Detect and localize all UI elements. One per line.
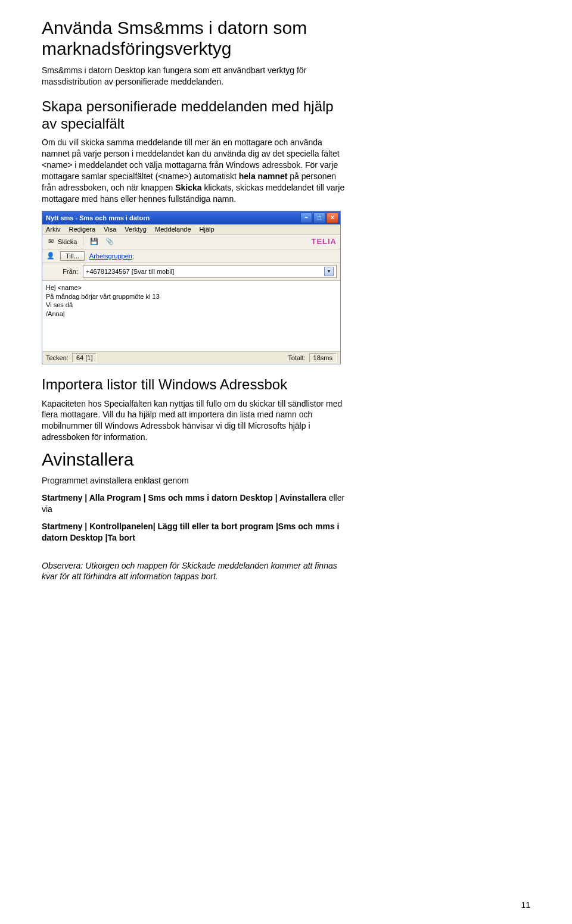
path1-bold: Startmeny | Alla Program | Sms och mms i… — [42, 493, 327, 502]
status-totalt-value: 18sms — [309, 353, 337, 363]
to-row: 👤 Till... Arbetsgruppen; — [42, 249, 340, 263]
avinstallera-intro: Programmet avinstallera enklast genom — [42, 475, 352, 486]
menu-redigera[interactable]: Redigera — [69, 226, 95, 233]
para2-bold2: Skicka — [175, 183, 201, 192]
brand-logo: TELIA — [311, 237, 337, 246]
message-body[interactable]: Hej <name> På måndag börjar vårt gruppmö… — [42, 280, 340, 351]
titlebar: Nytt sms - Sms och mms i datorn – □ × — [42, 211, 340, 224]
status-totalt-label: Totalt: — [288, 354, 305, 361]
send-button[interactable]: ✉ Skicka — [46, 237, 77, 246]
from-row: Från: +46781234567 [Svar till mobil] ▾ — [42, 263, 340, 280]
menu-meddelande[interactable]: Meddelande — [155, 226, 191, 233]
minimize-button[interactable]: – — [300, 213, 312, 223]
from-dropdown[interactable]: +46781234567 [Svar till mobil] ▾ — [83, 265, 337, 278]
section-heading-specialfalt: Skapa personifierade meddelanden med hjä… — [42, 98, 352, 133]
send-label: Skicka — [58, 238, 77, 245]
from-value: +46781234567 [Svar till mobil] — [86, 268, 174, 275]
status-tecken-value: 64 [1] — [72, 353, 97, 363]
statusbar: Tecken: 64 [1] Totalt: 18sms — [42, 351, 340, 364]
uninstall-path-1: Startmeny | Alla Program | Sms och mms i… — [42, 492, 352, 515]
save-icon[interactable]: 💾 — [89, 237, 99, 246]
toolbar-separator — [83, 236, 83, 247]
attach-icon[interactable]: 📎 — [105, 237, 114, 246]
contact-icon: 👤 — [46, 251, 55, 261]
menu-hjalp[interactable]: Hjälp — [200, 226, 214, 233]
importera-paragraph: Kapaciteten hos Specialfälten kan nyttja… — [42, 398, 352, 444]
page-number: 11 — [521, 900, 530, 910]
envelope-icon: ✉ — [46, 237, 55, 246]
sms-app-window: Nytt sms - Sms och mms i datorn – □ × Ar… — [42, 211, 341, 364]
menubar: Arkiv Redigera Visa Verktyg Meddelande H… — [42, 224, 340, 235]
menu-visa[interactable]: Visa — [104, 226, 116, 233]
menu-verktyg[interactable]: Verktyg — [125, 226, 147, 233]
section-heading-importera: Importera listor till Windows Adressbok — [42, 376, 352, 394]
menu-arkiv[interactable]: Arkiv — [46, 226, 60, 233]
to-button[interactable]: Till... — [60, 251, 85, 261]
section-heading-avinstallera: Avinstallera — [42, 449, 352, 470]
para2-bold1: hela namnet — [239, 171, 288, 181]
status-tecken-label: Tecken: — [46, 354, 69, 361]
observera-note: Observera: Utkorgen och mappen för Skick… — [42, 560, 352, 583]
specialfalt-paragraph: Om du vill skicka samma meddelande till … — [42, 137, 352, 204]
maximize-button[interactable]: □ — [313, 213, 325, 223]
toolbar: ✉ Skicka 💾 📎 TELIA — [42, 235, 340, 249]
close-button[interactable]: × — [327, 213, 338, 223]
intro-paragraph: Sms&mms i datorn Desktop kan fungera som… — [42, 65, 352, 88]
to-value[interactable]: Arbetsgruppen; — [89, 252, 134, 260]
from-label: Från: — [46, 268, 78, 275]
window-title: Nytt sms - Sms och mms i datorn — [46, 214, 150, 221]
uninstall-path-2: Startmeny | Kontrollpanelen| Lägg till e… — [42, 521, 352, 544]
chevron-down-icon[interactable]: ▾ — [324, 267, 334, 276]
window-controls: – □ × — [300, 213, 338, 223]
page-heading-1: Använda Sms&mms i datorn som marknadsför… — [42, 18, 352, 59]
